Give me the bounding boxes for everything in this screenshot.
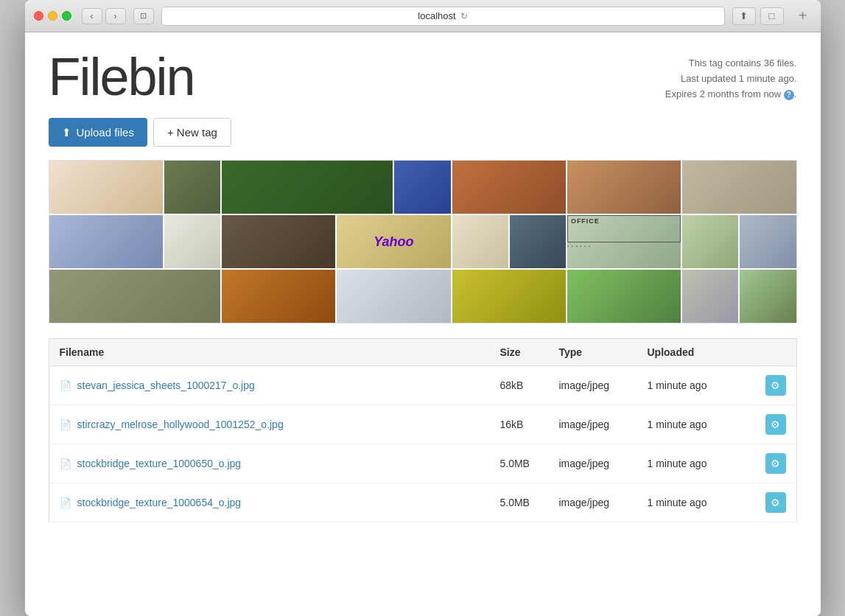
forward-button[interactable]: › [105, 8, 126, 24]
maximize-button[interactable] [62, 11, 71, 21]
photo-cell[interactable] [222, 215, 335, 268]
gear-button-3[interactable]: ⚙ [765, 492, 786, 513]
file-icon: 📄 [60, 380, 71, 391]
forward-icon: › [113, 10, 116, 21]
close-button[interactable] [34, 11, 43, 21]
file-table: Filename Size Type Uploaded 📄 stevan_jes… [49, 338, 797, 522]
file-link-1[interactable]: 📄 stircrazy_melrose_hollywood_1001252_o.… [60, 419, 480, 430]
file-icon: 📄 [60, 458, 71, 469]
add-tab-button[interactable]: + [794, 7, 812, 25]
cell-filename: 📄 stircrazy_melrose_hollywood_1001252_o.… [49, 405, 490, 444]
address-bar[interactable]: localhost ↻ [161, 7, 725, 26]
cell-size: 16kB [490, 405, 549, 444]
cell-action: ⚙ [755, 405, 797, 444]
col-size-header: Size [490, 339, 549, 366]
cell-size: 5.0MB [490, 483, 549, 522]
browser-nav: ‹ › [82, 8, 126, 24]
cell-uploaded: 1 minute ago [637, 366, 755, 405]
cell-size: 68kB [490, 366, 549, 405]
photo-cell[interactable] [337, 270, 450, 323]
browser-titlebar: ‹ › ⊡ localhost ↻ ⬆ □ + [25, 0, 821, 32]
cell-uploaded: 1 minute ago [637, 405, 755, 444]
filename-text: stevan_jessica_sheets_1000217_o.jpg [77, 379, 255, 391]
photo-cell[interactable] [49, 161, 163, 214]
expires-help-icon[interactable]: ? [784, 90, 794, 100]
photo-cell[interactable] [567, 161, 681, 214]
photo-cell[interactable] [682, 215, 738, 268]
cell-filename: 📄 stevan_jessica_sheets_1000217_o.jpg [49, 366, 490, 405]
gear-button-1[interactable]: ⚙ [765, 414, 786, 435]
cell-type: image/jpeg [549, 405, 637, 444]
table-row: 📄 stircrazy_melrose_hollywood_1001252_o.… [49, 405, 796, 444]
file-icon: 📄 [60, 419, 71, 430]
file-link-3[interactable]: 📄 stockbridge_texture_1000654_o.jpg [60, 497, 480, 508]
gear-button-0[interactable]: ⚙ [765, 375, 786, 396]
table-row: 📄 stockbridge_texture_1000654_o.jpg 5.0M… [49, 483, 796, 522]
upload-label: Upload files [77, 126, 134, 139]
share-button[interactable]: ⬆ [732, 7, 756, 25]
add-tab-icon: + [799, 7, 807, 24]
photo-cell[interactable] [452, 270, 566, 323]
photo-cell[interactable] [567, 270, 681, 323]
photo-grid: Yahoo OFFICE • • • • • • [49, 160, 797, 323]
traffic-lights [34, 11, 71, 21]
new-tab-button[interactable]: □ [760, 7, 784, 25]
cell-uploaded: 1 minute ago [637, 483, 755, 522]
photo-cell[interactable] [682, 270, 738, 323]
new-tag-button[interactable]: + New tag [153, 118, 231, 147]
upload-files-button[interactable]: ⬆ Upload files [49, 118, 147, 147]
cell-type: image/jpeg [549, 483, 637, 522]
photo-cell[interactable]: OFFICE • • • • • • [567, 215, 681, 268]
col-filename-header: Filename [49, 339, 490, 366]
cell-size: 5.0MB [490, 444, 549, 483]
col-type-header: Type [549, 339, 637, 366]
table-header-row: Filename Size Type Uploaded [49, 339, 796, 366]
photo-cell[interactable] [164, 161, 220, 214]
photo-cell[interactable] [49, 270, 220, 323]
gear-button-2[interactable]: ⚙ [765, 453, 786, 474]
gear-icon: ⚙ [771, 497, 780, 508]
file-link-0[interactable]: 📄 stevan_jessica_sheets_1000217_o.jpg [60, 379, 480, 391]
photo-cell[interactable] [452, 215, 508, 268]
tag-file-count: This tag contains 36 files. [665, 56, 797, 71]
photo-cell[interactable] [49, 215, 163, 268]
filename-text: stircrazy_melrose_hollywood_1001252_o.jp… [77, 419, 284, 430]
cell-action: ⚙ [755, 444, 797, 483]
cell-action: ⚙ [755, 366, 797, 405]
cell-action: ⚙ [755, 483, 797, 522]
photo-cell[interactable] [682, 161, 796, 214]
sidebar-toggle-button[interactable]: ⊡ [133, 8, 154, 24]
photo-cell[interactable] [222, 161, 393, 214]
page-header: Filebin This tag contains 36 files. Last… [49, 50, 797, 103]
col-uploaded-header: Uploaded [637, 339, 755, 366]
file-icon: 📄 [60, 497, 71, 508]
filename-text: stockbridge_texture_1000650_o.jpg [77, 458, 242, 469]
table-row: 📄 stevan_jessica_sheets_1000217_o.jpg 68… [49, 366, 796, 405]
photo-cell[interactable] [740, 270, 796, 323]
photo-cell[interactable] [510, 215, 566, 268]
action-buttons: ⬆ Upload files + New tag [49, 118, 797, 147]
share-icon: ⬆ [740, 10, 748, 21]
new-tag-label: + New tag [167, 126, 217, 139]
back-icon: ‹ [90, 10, 93, 21]
file-link-2[interactable]: 📄 stockbridge_texture_1000650_o.jpg [60, 458, 480, 469]
photo-cell[interactable] [740, 215, 796, 268]
photo-cell[interactable] [164, 215, 220, 268]
browser-actions: ⬆ □ [732, 7, 784, 25]
gear-icon: ⚙ [771, 379, 780, 391]
minimize-button[interactable] [48, 11, 57, 21]
photo-cell[interactable]: Yahoo [337, 215, 450, 268]
reload-button[interactable]: ↻ [460, 11, 468, 21]
table-row: 📄 stockbridge_texture_1000650_o.jpg 5.0M… [49, 444, 796, 483]
back-button[interactable]: ‹ [82, 8, 102, 24]
photo-cell[interactable] [452, 161, 566, 214]
gear-icon: ⚙ [771, 419, 780, 430]
cell-type: image/jpeg [549, 444, 637, 483]
cell-filename: 📄 stockbridge_texture_1000650_o.jpg [49, 444, 490, 483]
photo-cell[interactable] [222, 270, 335, 323]
upload-icon: ⬆ [62, 126, 71, 139]
cell-filename: 📄 stockbridge_texture_1000654_o.jpg [49, 483, 490, 522]
filename-text: stockbridge_texture_1000654_o.jpg [77, 497, 242, 508]
photo-cell[interactable] [394, 161, 450, 214]
url-text: localhost [418, 10, 455, 21]
